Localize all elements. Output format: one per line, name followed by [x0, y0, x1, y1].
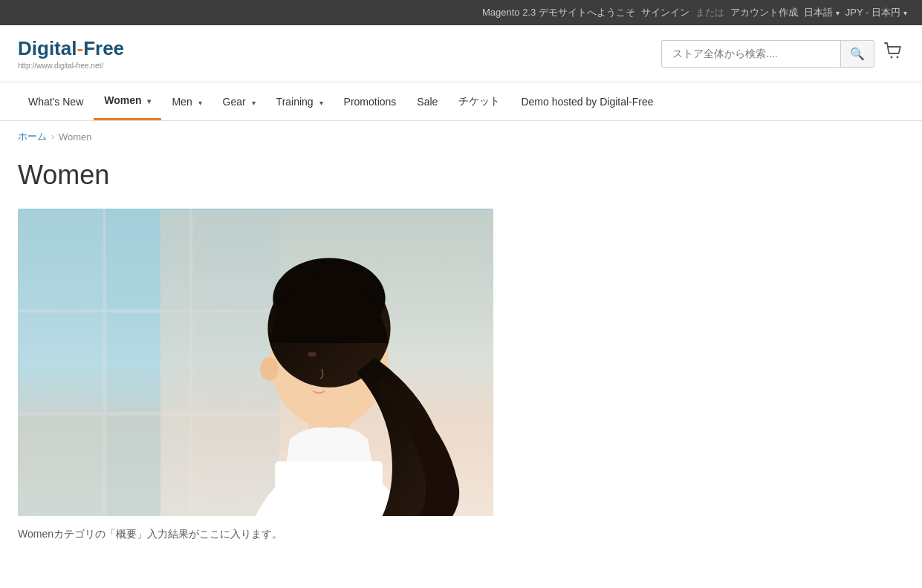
men-chevron-icon: ▾ — [198, 99, 202, 107]
nav-item-whats-new[interactable]: What's New — [18, 84, 94, 120]
separator: または — [695, 6, 724, 19]
language-label: 日本語 — [804, 6, 833, 19]
nav-link-women[interactable]: Women ▾ — [94, 82, 161, 120]
nav-link-demo[interactable]: Demo hosted by Digital-Free — [510, 84, 663, 120]
logo-title-digital: Digital — [18, 37, 77, 59]
nav-item-promotions[interactable]: Promotions — [334, 84, 407, 120]
svg-point-0 — [891, 56, 893, 59]
currency-selector[interactable]: JPY - 日本円 ▾ — [845, 6, 907, 19]
gear-chevron-icon: ▾ — [252, 99, 256, 107]
breadcrumb-separator: › — [51, 131, 54, 142]
nav-link-gear[interactable]: Gear ▾ — [212, 84, 266, 120]
nav-link-training[interactable]: Training ▾ — [266, 84, 334, 120]
navigation: What's New Women ▾ Men ▾ Gear ▾ Training… — [0, 82, 922, 121]
search-button[interactable]: 🔍 — [840, 41, 874, 67]
search-icon: 🔍 — [850, 48, 865, 60]
create-account-link[interactable]: アカウント作成 — [730, 6, 798, 19]
hero-image — [18, 209, 493, 516]
search-box: 🔍 — [661, 40, 874, 68]
breadcrumb-home[interactable]: ホーム — [18, 130, 47, 143]
currency-label: JPY - 日本円 — [845, 6, 900, 19]
nav-link-ticket[interactable]: チケット — [448, 83, 510, 120]
category-description: Womenカテゴリの「概要」入力結果がここに入ります。 — [18, 528, 904, 541]
main-content: Women — [0, 152, 922, 571]
svg-rect-13 — [18, 416, 103, 516]
breadcrumb-current: Women — [59, 131, 92, 143]
svg-point-23 — [260, 357, 278, 381]
logo-subtitle: http://www.digital-free.net/ — [18, 62, 124, 70]
nav-item-women[interactable]: Women ▾ — [94, 82, 161, 120]
search-input[interactable] — [662, 42, 840, 65]
nav-link-men[interactable]: Men ▾ — [161, 84, 212, 120]
svg-point-22 — [308, 351, 316, 356]
logo-title: Digital-Free — [18, 37, 124, 60]
top-bar: Magento 2.3 デモサイトへようこそ サインイン または アカウント作成… — [0, 0, 922, 25]
nav-item-demo[interactable]: Demo hosted by Digital-Free — [510, 84, 663, 120]
welcome-text: Magento 2.3 デモサイトへようこそ — [482, 6, 635, 19]
logo[interactable]: Digital-Free http://www.digital-free.net… — [18, 37, 124, 70]
signin-link[interactable]: サインイン — [641, 6, 689, 19]
woman-silhouette-svg — [160, 209, 493, 516]
svg-rect-7 — [18, 209, 103, 309]
currency-chevron-icon: ▾ — [903, 9, 907, 17]
women-chevron-icon: ▾ — [147, 97, 151, 105]
nav-link-sale[interactable]: Sale — [406, 84, 448, 120]
header: Digital-Free http://www.digital-free.net… — [0, 25, 922, 82]
header-right: 🔍 — [661, 40, 904, 68]
svg-rect-24 — [275, 461, 382, 516]
nav-item-sale[interactable]: Sale — [406, 84, 448, 120]
language-selector[interactable]: 日本語 ▾ — [804, 6, 840, 19]
page-title: Women — [18, 160, 904, 191]
nav-item-men[interactable]: Men ▾ — [161, 84, 212, 120]
nav-item-training[interactable]: Training ▾ — [266, 84, 334, 120]
language-chevron-icon: ▾ — [836, 9, 840, 17]
logo-separator: - — [77, 37, 83, 59]
nav-item-ticket[interactable]: チケット — [448, 83, 510, 120]
cart-icon[interactable] — [883, 41, 904, 66]
training-chevron-icon: ▾ — [319, 99, 323, 107]
svg-rect-10 — [18, 313, 103, 411]
logo-title-free: Free — [83, 37, 124, 59]
nav-list: What's New Women ▾ Men ▾ Gear ▾ Training… — [18, 82, 904, 120]
nav-link-promotions[interactable]: Promotions — [334, 84, 407, 120]
cart-svg — [883, 41, 904, 62]
nav-link-whats-new[interactable]: What's New — [18, 84, 94, 120]
breadcrumb: ホーム › Women — [0, 121, 922, 152]
svg-point-1 — [897, 56, 899, 59]
nav-item-gear[interactable]: Gear ▾ — [212, 84, 266, 120]
